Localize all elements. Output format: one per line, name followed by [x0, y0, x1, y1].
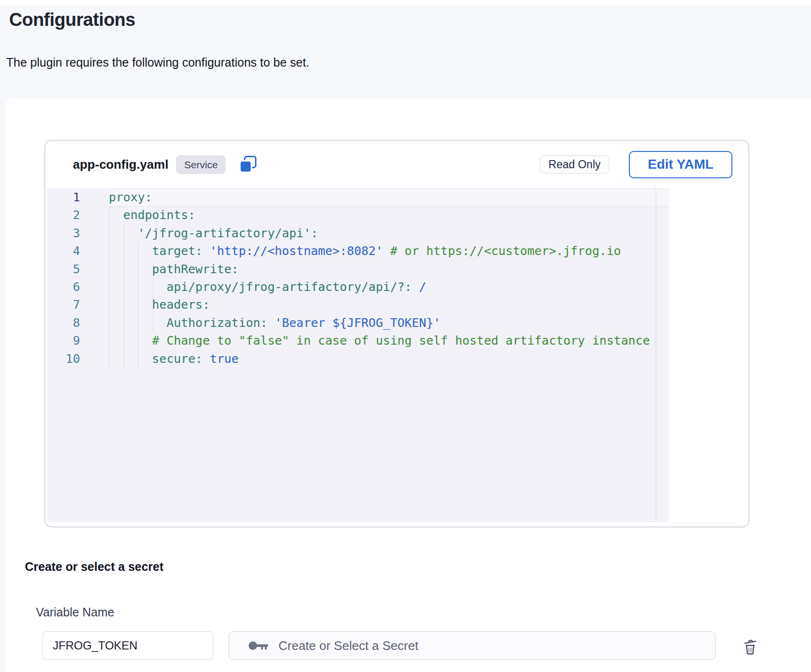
- line-number: 8: [47, 314, 109, 332]
- code-token: endpoints:: [109, 208, 196, 222]
- service-badge: Service: [176, 155, 226, 174]
- line-number: 10: [47, 350, 109, 368]
- delete-secret-button[interactable]: [740, 635, 761, 656]
- configurations-panel: app-config.yaml Service Read Only Edit Y…: [6, 98, 811, 672]
- key-icon: [248, 639, 269, 652]
- config-file-card: app-config.yaml Service Read Only Edit Y…: [45, 140, 749, 527]
- code-token: # or https://<customer>.jfrog.io: [383, 244, 621, 258]
- line-number: 3: [47, 224, 109, 242]
- config-file-name: app-config.yaml: [73, 157, 168, 172]
- code-token: pathRewrite:: [109, 262, 239, 276]
- variable-name-input[interactable]: [42, 631, 213, 660]
- secret-fields-row: Create or Select a Secret: [42, 631, 761, 660]
- line-number: 6: [47, 278, 109, 296]
- code-token: proxy:: [109, 190, 152, 204]
- copy-icon[interactable]: [238, 155, 257, 174]
- code-token: headers:: [109, 298, 210, 312]
- variable-name-label: Variable Name: [36, 605, 115, 619]
- line-number-gutter: 1 2 3 4 5 6 7 8 9 10: [47, 188, 109, 368]
- line-number: 9: [47, 332, 109, 349]
- code-line: # Change to "false" in case of using sel…: [109, 332, 669, 349]
- code-token: api/proxy/jfrog-artifactory/api/?:: [109, 280, 419, 294]
- top-header-strip: [0, 0, 811, 5]
- code-token: '/jfrog-artifactory/api':: [109, 226, 318, 240]
- line-number: 4: [47, 242, 109, 260]
- code-line: '/jfrog-artifactory/api':: [109, 224, 669, 242]
- trash-icon: [741, 636, 760, 656]
- code-line: pathRewrite:: [109, 260, 669, 278]
- code-line: secure: true: [109, 350, 669, 368]
- code-token: true: [210, 352, 239, 366]
- read-only-button[interactable]: Read Only: [540, 155, 609, 174]
- code-content: proxy: endpoints: '/jfrog-artifactory/ap…: [109, 188, 669, 522]
- code-line: proxy:: [109, 188, 669, 206]
- code-token: secure:: [109, 352, 210, 366]
- code-token: 'http://<hostname>:8082': [210, 244, 383, 258]
- line-number: 1: [47, 188, 109, 206]
- scrollbar-divider: [656, 188, 656, 522]
- edit-yaml-button[interactable]: Edit YAML: [629, 151, 732, 178]
- code-token: /: [419, 280, 426, 294]
- code-line: headers:: [109, 296, 669, 313]
- line-number: 5: [47, 260, 109, 278]
- secret-select-placeholder: Create or Select a Secret: [278, 638, 418, 653]
- code-line: Authorization: 'Bearer ${JFROG_TOKEN}': [109, 314, 669, 332]
- page-description: The plugin requires the following config…: [6, 56, 309, 70]
- code-token: 'Bearer ${JFROG_TOKEN}': [275, 316, 440, 330]
- secret-section-heading: Create or select a secret: [25, 560, 163, 574]
- yaml-code-editor[interactable]: 1 2 3 4 5 6 7 8 9 10 proxy: endpoints: '…: [47, 188, 669, 522]
- code-line: endpoints:: [109, 206, 669, 224]
- copy-icon-front-square: [239, 160, 252, 173]
- code-line: api/proxy/jfrog-artifactory/api/?: /: [109, 278, 669, 296]
- code-token: # Change to "false" in case of using sel…: [109, 334, 650, 348]
- code-token: target:: [109, 244, 210, 258]
- page-title: Configurations: [9, 10, 135, 30]
- config-card-header: app-config.yaml Service Read Only Edit Y…: [45, 140, 749, 188]
- line-number: 2: [47, 206, 109, 224]
- line-number: 7: [47, 296, 109, 313]
- code-line: target: 'http://<hostname>:8082' # or ht…: [109, 242, 669, 260]
- secret-select[interactable]: Create or Select a Secret: [229, 631, 716, 660]
- code-token: Authorization:: [109, 316, 275, 330]
